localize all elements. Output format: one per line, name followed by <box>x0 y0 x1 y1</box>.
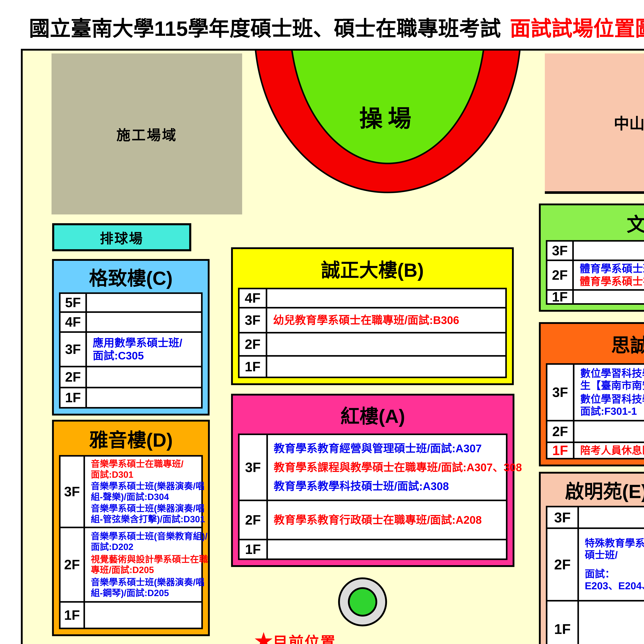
building-C-row-2F: 2F <box>61 367 201 388</box>
building-A-3F-entry-3: 教育學系教學科技碩士班/面試:A308 <box>274 480 522 493</box>
building-C-floor-content-3F: 應用數學系碩士班/面試:C305 <box>87 333 201 366</box>
building-G-row-3F: 3F <box>547 242 644 261</box>
current-location-marker: ★ 目前位置 <box>254 630 336 644</box>
building-B-floor-table: 4F3F幼兒教育學系碩士在職專班/面試:B3062F1F <box>238 288 507 378</box>
exam-room-line: 音樂學系碩士班(樂器演奏/唱 <box>91 503 205 514</box>
current-location-label: 目前位置 <box>273 630 336 644</box>
exam-room-line: 面試:D301 <box>91 469 205 480</box>
track-label: 操場 <box>327 104 449 129</box>
exam-room-line: 體育學系碩士在職專班/面試:G202 <box>580 275 644 288</box>
building-B-floor-content-2F <box>267 333 505 355</box>
building-D-3F-entry-1: 音樂學系碩士在職專班/面試:D301 <box>91 459 205 480</box>
exam-room-line: 音樂學系碩士班(樂器演奏/唱 <box>91 577 208 588</box>
building-A-floor-content-3F: 教育學系教育經營與管理碩士班/面試:A307教育學系課程與教學碩士在職專班/面試… <box>268 435 524 500</box>
page-title: 國立臺南大學115學年度碩士班、碩士在職專班考試 面試試場位置圖（府城校區） 1… <box>29 13 644 41</box>
building-A-floor-label-2F: 2F <box>240 501 268 539</box>
building-C-floor-content-4F <box>87 313 201 331</box>
exam-room-line: 數位學習科技學系碩士班公費 <box>580 367 644 379</box>
building-G-floor-label-2F: 2F <box>547 261 574 289</box>
building-E-row-3F: 3F <box>547 507 644 529</box>
building-A-name: 紅樓(A) <box>233 396 513 434</box>
building-D: 雅音樓(D)3F音樂學系碩士在職專班/面試:D301音樂學系碩士班(樂器演奏/唱… <box>52 420 210 636</box>
building-D-floor-label-2F: 2F <box>61 528 85 601</box>
building-F: 思誠樓(F)3F數位學習科技學系碩士班公費生【臺南市南安國小】/面試:F301-… <box>539 322 644 466</box>
building-A-floor-label-3F: 3F <box>240 435 268 500</box>
exam-room-line: 面試:F301-1 <box>580 405 644 417</box>
exam-room-line: 音樂學系碩士班(樂器演奏/唱 <box>91 481 205 492</box>
volleyball-court-label: 排球場 <box>100 227 143 247</box>
building-F-row-1F: 1F陪考人員休息區/F101、F103 <box>547 443 644 458</box>
building-B-floor-label-3F: 3F <box>240 308 267 332</box>
building-E-floor-table: 3F2F特殊教育學系碩士班/面試：E203、E204、E2101F <box>546 506 644 644</box>
building-B-3F-entry-1: 幼兒教育學系碩士在職專班/面試:B306 <box>273 314 503 327</box>
building-D-floor-label-1F: 1F <box>61 603 85 628</box>
exam-room-line: 面試:C305 <box>93 349 198 362</box>
building-A-floor-table: 3F教育學系教育經營與管理碩士班/面試:A307教育學系課程與教學碩士在職專班/… <box>238 434 507 560</box>
exam-room-line: 應用數學系碩士班/ <box>93 337 198 349</box>
title-exam: 國立臺南大學115學年度碩士班、碩士在職專班考試 <box>29 12 501 42</box>
building-B-name: 誠正大樓(B) <box>233 249 512 288</box>
building-F-3F-entry-2: 數位學習科技學系碩士班/面試:F301-1 <box>580 393 644 417</box>
exam-room-line: 教育學系教育行政碩士在職專班/面試:A208 <box>274 514 503 526</box>
building-A-2F-entry-1: 教育學系教育行政碩士在職專班/面試:A208 <box>274 514 503 526</box>
building-F-floor-label-3F: 3F <box>547 365 574 420</box>
building-C: 格致樓(C)5F4F3F應用數學系碩士班/面試:C3052F1F <box>52 259 210 416</box>
building-C-floor-content-1F <box>87 388 201 407</box>
exam-room-line: 數位學習科技學系碩士班/ <box>580 393 644 405</box>
building-F-floor-content-1F: 陪考人員休息區/F101、F103 <box>574 443 644 458</box>
exam-room-line: 生【臺南市南安國小】/面試:F301-1 <box>580 379 644 392</box>
building-B-floor-content-3F: 幼兒教育學系碩士在職專班/面試:B306 <box>267 308 505 332</box>
building-F-3F-entry-1: 數位學習科技學系碩士班公費生【臺南市南安國小】/面試:F301-1 <box>580 367 644 392</box>
building-F-floor-content-3F: 數位學習科技學系碩士班公費生【臺南市南安國小】/面試:F301-1數位學習科技學… <box>574 365 644 420</box>
building-C-floor-label-1F: 1F <box>61 388 87 407</box>
building-E-floor-label-2F: 2F <box>547 529 579 600</box>
building-B-row-3F: 3F幼兒教育學系碩士在職專班/面試:B306 <box>240 308 505 333</box>
exam-room-line: 音樂學系碩士班(音樂教育組)/ <box>91 531 208 542</box>
building-E: 啟明苑(E)3F2F特殊教育學系碩士班/面試：E203、E204、E2101F <box>539 472 644 644</box>
building-D-3F-entry-2: 音樂學系碩士班(樂器演奏/唱組-聲樂)/面試:D304 <box>91 481 205 502</box>
exam-room-line: 視覺藝術與設計學系碩士在職 <box>91 554 208 565</box>
building-F-1F-entry-1: 陪考人員休息區/F101、F103 <box>580 444 644 456</box>
area-construction-zone: 施工場域 <box>52 53 242 214</box>
building-C-row-5F: 5F <box>61 294 201 313</box>
exam-room-line: 特殊教育學系 <box>585 537 644 549</box>
building-D-row-1F: 1F <box>61 603 201 628</box>
building-C-floor-label-3F: 3F <box>61 333 87 366</box>
track-label-text: 操場 <box>359 99 416 133</box>
exam-room-line: 教育學系課程與教學碩士在職專班/面試:A307、308 <box>274 461 522 474</box>
building-E-2F-entry-2: 面試：E203、E204、E210 <box>585 568 644 592</box>
exam-room-line: 專班/面試:D205 <box>91 565 208 575</box>
building-G-name: 文萃樓(G) <box>541 205 644 240</box>
building-G: 文萃樓(G)3F2F體育學系碩士班/面試:G203體育學系碩士在職專班/面試:G… <box>539 204 644 312</box>
exam-room-line: 面試： <box>585 568 644 580</box>
building-F-floor-label-2F: 2F <box>547 421 574 441</box>
building-C-floor-label-2F: 2F <box>61 367 87 387</box>
building-D-floor-content-3F: 音樂學系碩士在職專班/面試:D301音樂學系碩士班(樂器演奏/唱組-聲樂)/面試… <box>85 457 208 527</box>
building-A-row-3F: 3F教育學系教育經營與管理碩士班/面試:A307教育學系課程與教學碩士在職專班/… <box>240 435 506 501</box>
exam-room-line: 體育學系碩士班/面試:G203 <box>580 262 644 275</box>
building-A-row-1F: 1F <box>240 540 506 558</box>
building-A-floor-label-1F: 1F <box>240 540 268 558</box>
building-E-name: 啟明苑(E) <box>541 474 644 506</box>
exam-room-line: E203、E204、E210 <box>585 580 644 592</box>
fountain-circle <box>338 577 387 626</box>
exam-room-line: 碩士班/ <box>585 549 644 561</box>
building-F-floor-label-1F: 1F <box>547 443 574 458</box>
building-D-name: 雅音樓(D) <box>54 422 208 455</box>
building-E-row-2F: 2F特殊教育學系碩士班/面試：E203、E204、E210 <box>547 529 644 601</box>
building-B-floor-content-1F <box>267 357 505 377</box>
building-D-floor-label-3F: 3F <box>61 457 85 527</box>
building-C-floor-label-4F: 4F <box>61 313 87 331</box>
building-C-row-4F: 4F <box>61 313 201 333</box>
building-G-floor-label-3F: 3F <box>547 242 574 260</box>
area-volleyball-court: 排球場 <box>52 223 191 251</box>
building-G-floor-content-2F: 體育學系碩士班/面試:G203體育學系碩士在職專班/面試:G202 <box>574 261 644 289</box>
building-C-row-3F: 3F應用數學系碩士班/面試:C305 <box>61 333 201 367</box>
building-D-floor-table: 3F音樂學系碩士在職專班/面試:D301音樂學系碩士班(樂器演奏/唱組-聲樂)/… <box>59 455 203 629</box>
building-D-row-2F: 2F音樂學系碩士班(音樂教育組)/面試:D202視覺藝術與設計學系碩士在職專班/… <box>61 528 201 603</box>
building-C-floor-label-5F: 5F <box>61 294 87 311</box>
building-G-2F-entry-2: 體育學系碩士在職專班/面試:G202 <box>580 275 644 288</box>
exam-room-line: 教育學系教育經營與管理碩士班/面試:A307 <box>274 442 522 455</box>
building-E-2F-entry-1: 特殊教育學系碩士班/ <box>585 537 644 561</box>
building-B-row-2F: 2F <box>240 333 505 357</box>
